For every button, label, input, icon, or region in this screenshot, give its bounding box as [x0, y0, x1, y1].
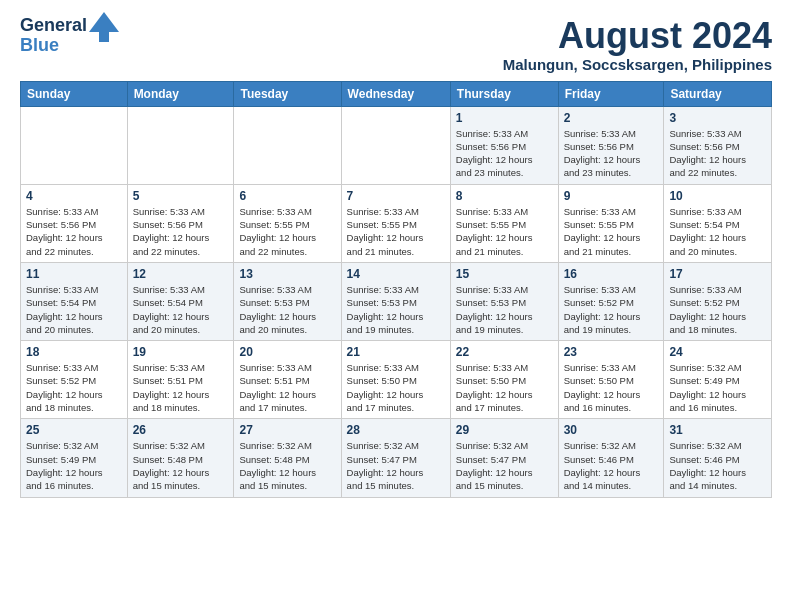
day-cell: 27Sunrise: 5:32 AM Sunset: 5:48 PM Dayli… [234, 419, 341, 497]
day-cell: 29Sunrise: 5:32 AM Sunset: 5:47 PM Dayli… [450, 419, 558, 497]
day-number: 22 [456, 345, 553, 359]
day-number: 4 [26, 189, 122, 203]
day-info: Sunrise: 5:33 AM Sunset: 5:56 PM Dayligh… [133, 205, 229, 258]
day-cell: 30Sunrise: 5:32 AM Sunset: 5:46 PM Dayli… [558, 419, 664, 497]
day-number: 21 [347, 345, 445, 359]
day-number: 28 [347, 423, 445, 437]
weekday-header-saturday: Saturday [664, 81, 772, 106]
day-info: Sunrise: 5:33 AM Sunset: 5:50 PM Dayligh… [347, 361, 445, 414]
day-info: Sunrise: 5:33 AM Sunset: 5:51 PM Dayligh… [239, 361, 335, 414]
day-info: Sunrise: 5:33 AM Sunset: 5:56 PM Dayligh… [564, 127, 659, 180]
day-number: 8 [456, 189, 553, 203]
day-number: 10 [669, 189, 766, 203]
day-info: Sunrise: 5:33 AM Sunset: 5:50 PM Dayligh… [564, 361, 659, 414]
day-cell: 8Sunrise: 5:33 AM Sunset: 5:55 PM Daylig… [450, 184, 558, 262]
day-cell: 19Sunrise: 5:33 AM Sunset: 5:51 PM Dayli… [127, 341, 234, 419]
week-row-5: 25Sunrise: 5:32 AM Sunset: 5:49 PM Dayli… [21, 419, 772, 497]
day-cell [234, 106, 341, 184]
day-number: 14 [347, 267, 445, 281]
weekday-header-friday: Friday [558, 81, 664, 106]
day-info: Sunrise: 5:33 AM Sunset: 5:52 PM Dayligh… [564, 283, 659, 336]
day-cell: 26Sunrise: 5:32 AM Sunset: 5:48 PM Dayli… [127, 419, 234, 497]
day-cell: 9Sunrise: 5:33 AM Sunset: 5:55 PM Daylig… [558, 184, 664, 262]
day-cell: 24Sunrise: 5:32 AM Sunset: 5:49 PM Dayli… [664, 341, 772, 419]
day-cell: 20Sunrise: 5:33 AM Sunset: 5:51 PM Dayli… [234, 341, 341, 419]
weekday-header-monday: Monday [127, 81, 234, 106]
day-info: Sunrise: 5:33 AM Sunset: 5:56 PM Dayligh… [26, 205, 122, 258]
day-number: 9 [564, 189, 659, 203]
calendar: SundayMondayTuesdayWednesdayThursdayFrid… [20, 81, 772, 498]
day-info: Sunrise: 5:33 AM Sunset: 5:56 PM Dayligh… [456, 127, 553, 180]
day-cell [341, 106, 450, 184]
day-cell: 22Sunrise: 5:33 AM Sunset: 5:50 PM Dayli… [450, 341, 558, 419]
day-number: 30 [564, 423, 659, 437]
day-number: 5 [133, 189, 229, 203]
day-number: 11 [26, 267, 122, 281]
day-number: 17 [669, 267, 766, 281]
day-number: 29 [456, 423, 553, 437]
day-info: Sunrise: 5:32 AM Sunset: 5:49 PM Dayligh… [26, 439, 122, 492]
weekday-header-row: SundayMondayTuesdayWednesdayThursdayFrid… [21, 81, 772, 106]
day-cell: 31Sunrise: 5:32 AM Sunset: 5:46 PM Dayli… [664, 419, 772, 497]
day-cell: 23Sunrise: 5:33 AM Sunset: 5:50 PM Dayli… [558, 341, 664, 419]
day-cell: 12Sunrise: 5:33 AM Sunset: 5:54 PM Dayli… [127, 262, 234, 340]
day-number: 18 [26, 345, 122, 359]
day-cell: 11Sunrise: 5:33 AM Sunset: 5:54 PM Dayli… [21, 262, 128, 340]
week-row-4: 18Sunrise: 5:33 AM Sunset: 5:52 PM Dayli… [21, 341, 772, 419]
day-number: 12 [133, 267, 229, 281]
day-number: 13 [239, 267, 335, 281]
day-cell: 6Sunrise: 5:33 AM Sunset: 5:55 PM Daylig… [234, 184, 341, 262]
week-row-1: 1Sunrise: 5:33 AM Sunset: 5:56 PM Daylig… [21, 106, 772, 184]
logo-icon [89, 12, 119, 42]
day-info: Sunrise: 5:33 AM Sunset: 5:50 PM Dayligh… [456, 361, 553, 414]
day-info: Sunrise: 5:33 AM Sunset: 5:53 PM Dayligh… [347, 283, 445, 336]
day-info: Sunrise: 5:32 AM Sunset: 5:48 PM Dayligh… [133, 439, 229, 492]
day-info: Sunrise: 5:33 AM Sunset: 5:55 PM Dayligh… [347, 205, 445, 258]
day-cell: 2Sunrise: 5:33 AM Sunset: 5:56 PM Daylig… [558, 106, 664, 184]
day-cell [21, 106, 128, 184]
day-number: 27 [239, 423, 335, 437]
day-number: 24 [669, 345, 766, 359]
day-info: Sunrise: 5:32 AM Sunset: 5:47 PM Dayligh… [347, 439, 445, 492]
day-info: Sunrise: 5:33 AM Sunset: 5:52 PM Dayligh… [26, 361, 122, 414]
day-number: 6 [239, 189, 335, 203]
main-title: August 2024 [503, 16, 772, 56]
day-cell: 10Sunrise: 5:33 AM Sunset: 5:54 PM Dayli… [664, 184, 772, 262]
day-cell: 25Sunrise: 5:32 AM Sunset: 5:49 PM Dayli… [21, 419, 128, 497]
day-number: 26 [133, 423, 229, 437]
page: General Blue August 2024 Malungun, Soccs… [0, 0, 792, 514]
logo: General Blue [20, 16, 119, 56]
day-number: 23 [564, 345, 659, 359]
day-number: 15 [456, 267, 553, 281]
weekday-header-wednesday: Wednesday [341, 81, 450, 106]
day-number: 20 [239, 345, 335, 359]
day-cell: 3Sunrise: 5:33 AM Sunset: 5:56 PM Daylig… [664, 106, 772, 184]
day-info: Sunrise: 5:32 AM Sunset: 5:49 PM Dayligh… [669, 361, 766, 414]
day-cell: 17Sunrise: 5:33 AM Sunset: 5:52 PM Dayli… [664, 262, 772, 340]
day-number: 16 [564, 267, 659, 281]
day-cell: 7Sunrise: 5:33 AM Sunset: 5:55 PM Daylig… [341, 184, 450, 262]
day-info: Sunrise: 5:33 AM Sunset: 5:55 PM Dayligh… [239, 205, 335, 258]
day-info: Sunrise: 5:33 AM Sunset: 5:56 PM Dayligh… [669, 127, 766, 180]
weekday-header-tuesday: Tuesday [234, 81, 341, 106]
day-cell: 13Sunrise: 5:33 AM Sunset: 5:53 PM Dayli… [234, 262, 341, 340]
day-cell: 28Sunrise: 5:32 AM Sunset: 5:47 PM Dayli… [341, 419, 450, 497]
day-number: 2 [564, 111, 659, 125]
weekday-header-thursday: Thursday [450, 81, 558, 106]
day-number: 3 [669, 111, 766, 125]
day-cell: 1Sunrise: 5:33 AM Sunset: 5:56 PM Daylig… [450, 106, 558, 184]
day-info: Sunrise: 5:33 AM Sunset: 5:53 PM Dayligh… [456, 283, 553, 336]
day-info: Sunrise: 5:33 AM Sunset: 5:53 PM Dayligh… [239, 283, 335, 336]
week-row-2: 4Sunrise: 5:33 AM Sunset: 5:56 PM Daylig… [21, 184, 772, 262]
day-info: Sunrise: 5:33 AM Sunset: 5:54 PM Dayligh… [133, 283, 229, 336]
week-row-3: 11Sunrise: 5:33 AM Sunset: 5:54 PM Dayli… [21, 262, 772, 340]
title-block: August 2024 Malungun, Soccsksargen, Phil… [503, 16, 772, 73]
day-number: 25 [26, 423, 122, 437]
logo-text: General Blue [20, 16, 87, 56]
day-info: Sunrise: 5:32 AM Sunset: 5:47 PM Dayligh… [456, 439, 553, 492]
day-info: Sunrise: 5:33 AM Sunset: 5:54 PM Dayligh… [26, 283, 122, 336]
header: General Blue August 2024 Malungun, Soccs… [20, 16, 772, 73]
logo-blue: Blue [20, 35, 59, 55]
day-cell: 15Sunrise: 5:33 AM Sunset: 5:53 PM Dayli… [450, 262, 558, 340]
day-cell: 14Sunrise: 5:33 AM Sunset: 5:53 PM Dayli… [341, 262, 450, 340]
